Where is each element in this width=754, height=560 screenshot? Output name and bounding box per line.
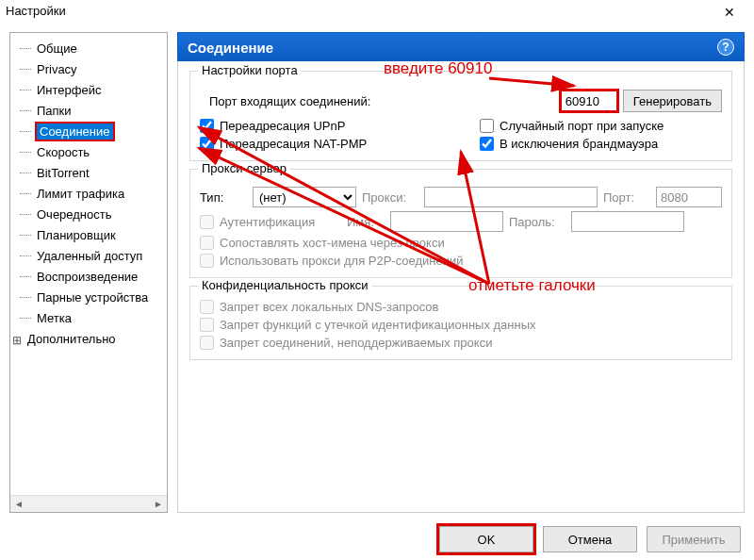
sidebar-item-12[interactable]: Парные устройства (10, 288, 165, 308)
sidebar-item-label: Воспроизведение (37, 270, 138, 284)
sidebar-item-label: Дополнительно (27, 332, 116, 346)
sidebar-item-5[interactable]: Скорость (10, 142, 165, 163)
natpmp-checkbox[interactable]: Переадресация NAT-PMP (200, 137, 442, 151)
proxy-host-input[interactable] (424, 187, 598, 207)
sidebar-item-6[interactable]: BitTorrent (10, 163, 165, 184)
cancel-button[interactable]: Отмена (543, 526, 637, 552)
port-settings-group: Настройки порта Порт входящих соединений… (189, 71, 732, 161)
sidebar-item-label: Планировщик (37, 228, 116, 242)
dns-block-checkbox[interactable]: Запрет всех локальных DNS-запросов (200, 300, 722, 314)
sidebar-item-9[interactable]: Планировщик (10, 225, 165, 246)
proxy-type-select[interactable]: (нет) (253, 187, 356, 207)
scroll-left-icon[interactable]: ◄ (10, 497, 27, 512)
sidebar-item-4[interactable]: Соединение (10, 122, 165, 142)
dialog-button-bar: OK Отмена Применить (439, 526, 741, 552)
sidebar-item-label: Очередность (37, 207, 112, 222)
panel-title: Соединение (188, 40, 273, 56)
proxy-user-input[interactable] (390, 211, 503, 232)
generate-port-button[interactable]: Генерировать (623, 90, 722, 112)
proxy-pass-label: Пароль: (509, 215, 566, 229)
apply-button[interactable]: Применить (647, 526, 741, 552)
proxy-group: Прокси-сервер Тип: (нет) Прокси: Порт: А… (189, 169, 732, 278)
sidebar-item-label: BitTorrent (37, 166, 90, 180)
sidebar-item-label: Удаленный доступ (37, 249, 142, 263)
proxy-privacy-label: Конфиденциальность прокси (198, 278, 372, 292)
sidebar-item-label: Интерфейс (37, 83, 101, 97)
settings-tree: ОбщиеPrivacyИнтерфейсПапкиСоединениеСкор… (9, 32, 168, 513)
sidebar-item-2[interactable]: Интерфейс (10, 80, 165, 101)
proxy-port-input[interactable] (656, 187, 722, 207)
incoming-port-input[interactable] (561, 91, 617, 111)
proxy-type-label: Тип: (200, 190, 247, 205)
sidebar-item-1[interactable]: Privacy (10, 59, 165, 80)
proxy-pass-input[interactable] (571, 211, 684, 232)
proxy-group-label: Прокси-сервер (198, 161, 290, 175)
sidebar-item-label: Парные устройства (37, 290, 148, 305)
proxy-port-label: Порт: (603, 190, 650, 205)
scroll-right-icon[interactable]: ► (150, 497, 167, 512)
sidebar-item-3[interactable]: Папки (10, 101, 165, 122)
upnp-checkbox[interactable]: Переадресация UPnP (200, 119, 442, 133)
sidebar-item-14[interactable]: Дополнительно (10, 329, 165, 350)
close-icon[interactable]: ✕ (713, 4, 746, 23)
leak-block-checkbox[interactable]: Запрет функций с утечкой идентификационн… (200, 318, 722, 332)
sidebar-item-10[interactable]: Удаленный доступ (10, 246, 165, 267)
tree-hscrollbar[interactable]: ◄ ► (10, 495, 167, 512)
sidebar-item-label: Папки (37, 104, 72, 118)
proxy-privacy-group: Конфиденциальность прокси Запрет всех ло… (189, 286, 732, 360)
sidebar-item-13[interactable]: Метка (10, 308, 165, 329)
proxy-user-label: Имя: (347, 215, 385, 229)
sidebar-item-8[interactable]: Очередность (10, 205, 165, 225)
proxy-host-label: Прокси: (362, 190, 418, 205)
incoming-port-label: Порт входящих соединений: (209, 94, 370, 108)
sidebar-item-0[interactable]: Общие (10, 39, 165, 59)
proxy-hostnames-checkbox[interactable]: Сопоставлять хост-имена через прокси (200, 236, 722, 250)
sidebar-item-label: Соединение (37, 124, 113, 140)
random-port-checkbox[interactable]: Случайный порт при запуске (480, 119, 722, 133)
sidebar-item-7[interactable]: Лимит трафика (10, 184, 165, 205)
help-icon[interactable]: ? (717, 39, 734, 56)
panel-header: Соединение ? (177, 32, 745, 61)
sidebar-item-label: Лимит трафика (37, 187, 124, 201)
sidebar-item-label: Общие (37, 41, 77, 56)
sidebar-item-label: Метка (37, 311, 72, 325)
ok-button[interactable]: OK (439, 526, 533, 552)
firewall-exception-checkbox[interactable]: В исключения брандмауэра (480, 137, 722, 151)
sidebar-item-label: Privacy (37, 62, 77, 76)
proxy-p2p-checkbox[interactable]: Использовать прокси для P2P-соединений (200, 254, 722, 268)
port-group-label: Настройки порта (198, 63, 302, 77)
proxy-auth-checkbox[interactable]: Аутентификация (200, 215, 341, 229)
window-title: Настройки (6, 4, 66, 18)
sidebar-item-label: Скорость (37, 145, 90, 159)
unsupported-block-checkbox[interactable]: Запрет соединений, неподдерживаемых прок… (200, 336, 722, 350)
sidebar-item-11[interactable]: Воспроизведение (10, 267, 165, 288)
